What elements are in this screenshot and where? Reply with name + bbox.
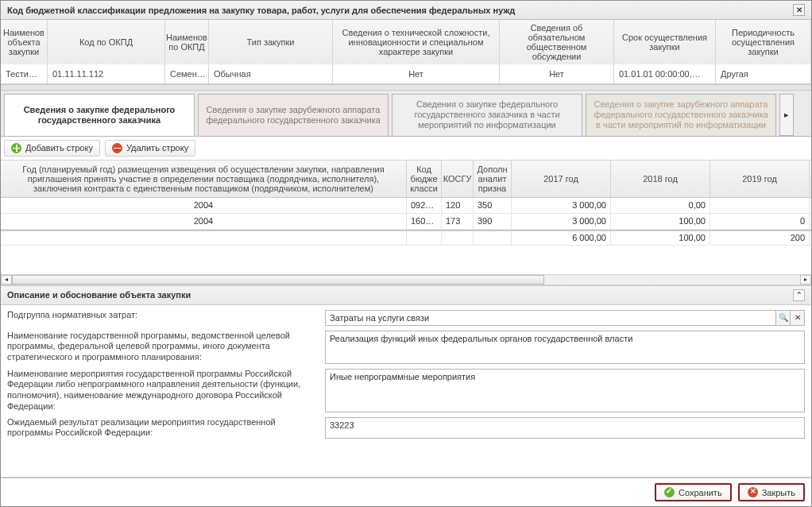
tab-zakaz[interactable]: Сведения о закупке федерального государс…	[4, 94, 195, 136]
cell: Нет	[333, 64, 500, 83]
field-label: Наименование мероприятия государственной…	[7, 369, 325, 412]
close-button[interactable]: Закрыть	[738, 483, 805, 501]
cell: 0	[710, 214, 810, 229]
cell: 390	[474, 214, 512, 229]
expected-result-input[interactable]: 33223	[325, 417, 805, 439]
field-label: Ожидаемый результат реализации мероприят…	[7, 417, 325, 439]
field-label: Подгруппа нормативных затрат:	[7, 310, 325, 326]
check-icon	[664, 487, 675, 497]
cell: 3 000,00	[512, 198, 611, 213]
cell	[710, 198, 810, 213]
col-header: Периодичность осуществления закупки	[716, 20, 811, 64]
col-header: Наименов объекта закупки	[1, 20, 48, 64]
tab-scroll-right-icon[interactable]: ▸	[779, 94, 794, 136]
clear-icon[interactable]: ✕	[791, 310, 805, 326]
cell: 120	[442, 198, 474, 213]
cell: 01.11.11.112	[48, 64, 165, 83]
cell: Обычная	[209, 64, 333, 83]
cell: 3 000,00	[512, 214, 611, 229]
close-icon[interactable]: ✕	[793, 4, 805, 16]
close-label: Закрыть	[762, 488, 795, 497]
cell: 100,00	[611, 214, 710, 229]
col-header: 2018 год	[611, 161, 710, 197]
col-header: Код по ОКПД	[48, 20, 165, 64]
del-row-label: Удалить строку	[126, 143, 188, 153]
scroll-thumb[interactable]	[12, 275, 544, 284]
subgroup-input[interactable]: Затраты на услуги связи	[325, 310, 776, 326]
add-row-button[interactable]: Добавить строку	[4, 140, 100, 157]
cell: Тести…	[1, 64, 48, 83]
lookup-icon[interactable]: 🔍	[776, 310, 791, 326]
tab-foreign[interactable]: Сведения о закупке зарубежного аппарата …	[198, 94, 389, 136]
totals-row: 6 000,00 100,00 200	[1, 230, 811, 246]
save-label: Сохранить	[679, 488, 722, 497]
table-row[interactable]: 2004 160… 173 390 3 000,00 100,00 0	[1, 214, 811, 230]
scroll-right-icon[interactable]: ▸	[800, 275, 811, 284]
minus-icon	[112, 143, 122, 153]
h-scrollbar[interactable]: ◂ ▸	[1, 274, 811, 285]
del-row-button[interactable]: Удалить строку	[105, 140, 195, 157]
cell: 2004	[1, 198, 407, 213]
scroll-left-icon[interactable]: ◂	[1, 275, 12, 284]
section-title: Описание и обоснование объекта закупки	[7, 290, 191, 300]
col-header: 2019 год	[710, 161, 810, 197]
cell: Другая	[716, 64, 811, 83]
col-header: КОСГУ	[442, 161, 474, 197]
col-header: Год (планируемый год) размещения извещен…	[1, 161, 407, 197]
window-title: Код бюджетной классификации предложения …	[7, 6, 515, 15]
table-row[interactable]: 2004 092… 120 350 3 000,00 0,00	[1, 198, 811, 214]
col-header: Сведения об обязательном общественном об…	[500, 20, 614, 64]
total-cell: 100,00	[611, 231, 710, 245]
summary-grid: Наименов объекта закупки Код по ОКПД Наи…	[1, 20, 811, 84]
col-header: Срок осуществления закупки	[614, 20, 716, 64]
splitter[interactable]	[1, 84, 811, 91]
tab-bar: Сведения о закупке федерального государс…	[1, 91, 811, 137]
col-header: Дополн аналит призна	[474, 161, 512, 197]
save-button[interactable]: Сохранить	[655, 483, 732, 501]
col-header: Код бюдже класси	[407, 161, 442, 197]
col-header: Тип закупки	[209, 20, 333, 64]
total-cell: 200	[710, 231, 810, 245]
cell: 092…	[407, 198, 442, 213]
cell: Нет	[500, 64, 614, 83]
add-row-label: Добавить строку	[25, 143, 93, 153]
tab-inform[interactable]: Сведения о закупке федерального государс…	[392, 94, 582, 136]
collapse-icon[interactable]: ⌃	[793, 289, 805, 301]
tab-foreign-inform[interactable]: Сведения о закупке зарубежного аппарата …	[586, 94, 776, 136]
cell: 173	[442, 214, 474, 229]
col-header: 2017 год	[512, 161, 611, 197]
cell: 160…	[407, 214, 442, 229]
cell: 01.01.01 00:00:00,…	[614, 64, 716, 83]
plus-icon	[11, 143, 21, 153]
total-cell: 6 000,00	[512, 231, 611, 245]
field-label: Наименование государственной программы, …	[7, 331, 325, 364]
cell: 350	[474, 198, 512, 213]
event-name-input[interactable]: Иные непрограммные мероприятия	[325, 369, 805, 412]
cell: 0,00	[611, 198, 710, 213]
cancel-icon	[748, 487, 758, 497]
cell: Семен…	[165, 64, 209, 83]
cell: 2004	[1, 214, 407, 229]
col-header: Сведения о технической сложности, иннова…	[333, 20, 500, 64]
program-name-input[interactable]: Реализация функций иных федеральных орга…	[325, 331, 805, 364]
col-header: Наименов по ОКПД	[165, 20, 209, 64]
